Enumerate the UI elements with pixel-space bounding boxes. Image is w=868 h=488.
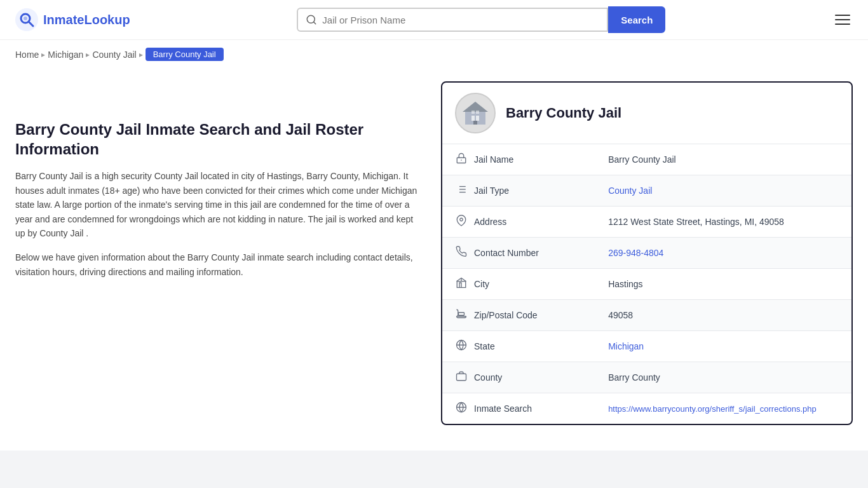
table-row: City Hastings — [442, 269, 851, 300]
svg-rect-25 — [459, 313, 465, 316]
label-text: Jail Name — [474, 154, 513, 165]
breadcrumb-sep-2: ▸ — [86, 50, 90, 59]
label-cell: City — [442, 269, 595, 300]
svg-rect-28 — [457, 374, 466, 381]
state-icon — [455, 339, 468, 353]
value-cell: Michigan — [595, 331, 851, 362]
table-row: Jail Type County Jail — [442, 175, 851, 207]
svg-rect-9 — [476, 116, 479, 121]
breadcrumb: Home ▸ Michigan ▸ County Jail ▸ Barry Co… — [0, 40, 868, 69]
svg-rect-8 — [471, 116, 475, 121]
jail-icon — [455, 152, 468, 166]
table-row: State Michigan — [442, 331, 851, 362]
page-title: Barry County Jail Inmate Search and Jail… — [15, 119, 422, 159]
jail-type-link[interactable]: County Jail — [608, 186, 652, 196]
value-cell: 1212 West State Street, Hastings, MI, 49… — [595, 207, 851, 238]
zip-icon — [455, 308, 468, 322]
table-row: Inmate Search https://www.barrycounty.or… — [442, 393, 851, 424]
address-icon — [455, 215, 468, 229]
jail-avatar — [455, 93, 496, 133]
label-cell: Inmate Search — [442, 393, 595, 424]
label-cell: County — [442, 362, 595, 393]
table-row: County Barry County — [442, 362, 851, 393]
svg-rect-10 — [471, 111, 475, 114]
label-cell: Contact Number — [442, 238, 595, 269]
search-input[interactable] — [322, 15, 599, 25]
breadcrumb-michigan[interactable]: Michigan — [48, 50, 83, 60]
label-text: Jail Type — [474, 186, 509, 196]
hamburger-line-1 — [835, 15, 850, 16]
breadcrumb-county-jail[interactable]: County Jail — [92, 50, 136, 60]
phone-link[interactable]: 269-948-4804 — [608, 248, 663, 258]
label-cell: Jail Type — [442, 175, 595, 207]
card-title: Barry County Jail — [506, 105, 621, 121]
value-cell: Barry County Jail — [595, 144, 851, 175]
table-row: Contact Number 269-948-4804 — [442, 238, 851, 269]
value-cell: Hastings — [595, 269, 851, 300]
right-column: Barry County Jail Jail Name — [441, 81, 853, 425]
info-card: Barry County Jail Jail Name — [441, 81, 853, 425]
breadcrumb-sep-3: ▸ — [139, 50, 143, 59]
svg-point-22 — [460, 218, 463, 221]
label-text: County — [474, 372, 502, 383]
type-icon — [455, 184, 468, 198]
description-paragraph-1: Barry County Jail is a high security Cou… — [15, 169, 422, 240]
value-cell: https://www.barrycounty.org/sheriff_s/ja… — [595, 393, 851, 424]
value-cell: Barry County — [595, 362, 851, 393]
label-text: Zip/Postal Code — [474, 310, 538, 320]
label-text: Contact Number — [474, 248, 539, 258]
svg-rect-11 — [476, 111, 479, 114]
search-wrapper — [297, 8, 608, 32]
svg-rect-13 — [474, 104, 477, 108]
table-row: Zip/Postal Code 49058 — [442, 300, 851, 331]
search-button[interactable]: Search — [608, 6, 665, 33]
state-link[interactable]: Michigan — [608, 341, 644, 351]
label-text: City — [474, 279, 489, 289]
label-cell: Jail Name — [442, 144, 595, 175]
search-area: Search — [297, 6, 665, 33]
description-paragraph-2: Below we have given information about th… — [15, 250, 422, 279]
value-cell: County Jail — [595, 175, 851, 207]
search-icon — [306, 14, 317, 25]
svg-rect-12 — [473, 121, 477, 125]
footer-bar — [0, 451, 868, 488]
table-row: Address 1212 West State Street, Hastings… — [442, 207, 851, 238]
breadcrumb-sep-1: ▸ — [41, 50, 45, 59]
hamburger-line-3 — [835, 24, 850, 25]
web-icon — [455, 402, 468, 416]
svg-line-5 — [314, 22, 316, 24]
table-row: Jail Name Barry County Jail — [442, 144, 851, 175]
county-icon — [455, 370, 468, 384]
label-cell: Zip/Postal Code — [442, 300, 595, 331]
svg-point-3 — [24, 17, 27, 20]
breadcrumb-home[interactable]: Home — [15, 50, 39, 60]
value-cell: 269-948-4804 — [595, 238, 851, 269]
jail-building-icon — [460, 98, 491, 128]
label-cell: State — [442, 331, 595, 362]
info-table: Jail Name Barry County Jail Ja — [442, 144, 851, 424]
city-icon — [455, 277, 468, 291]
value-cell: 49058 — [595, 300, 851, 331]
main-content: Barry County Jail Inmate Search and Jail… — [0, 69, 868, 438]
label-text: Address — [474, 217, 506, 227]
logo[interactable]: InmateLookup — [15, 8, 130, 31]
logo-icon — [15, 8, 38, 31]
hamburger-line-2 — [835, 19, 850, 20]
label-text: Inmate Search — [474, 403, 532, 414]
label-cell: Address — [442, 207, 595, 238]
left-column: Barry County Jail Inmate Search and Jail… — [15, 81, 422, 425]
breadcrumb-current: Barry County Jail — [146, 48, 224, 61]
hamburger-menu-button[interactable] — [832, 12, 853, 27]
inmate-search-link[interactable]: https://www.barrycounty.org/sheriff_s/ja… — [608, 404, 817, 414]
card-header: Barry County Jail — [442, 83, 851, 144]
logo-text: InmateLookup — [43, 13, 130, 27]
phone-icon — [455, 246, 468, 260]
header: InmateLookup Search — [0, 0, 868, 40]
label-text: State — [474, 341, 495, 351]
